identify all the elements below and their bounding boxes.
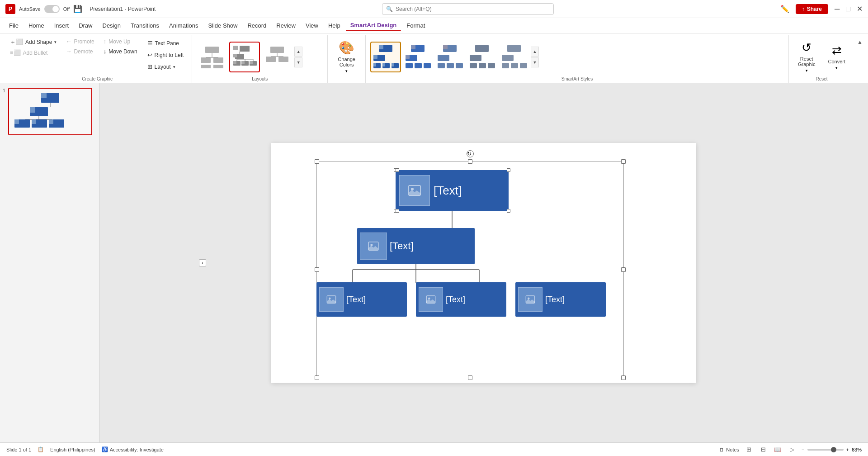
smartart-container[interactable]: ↻ [316,161,624,378]
ribbon-collapse-button[interactable]: ▲ [854,35,865,45]
svg-rect-23 [270,47,284,53]
slideshow-button[interactable]: ▷ [787,445,797,455]
org-box-level2[interactable]: [Text] [357,228,475,264]
autosave-label: AutoSave [19,6,41,12]
org-box-level3c[interactable]: [Text] [515,282,606,317]
handle-middle-left[interactable] [315,267,319,272]
svg-rect-73 [49,119,53,124]
zoom-in-button[interactable]: + [846,447,849,452]
layout-item-3[interactable] [262,42,292,72]
normal-view-button[interactable]: ⊞ [744,445,754,455]
reset-graphic-button[interactable]: ↺ ResetGraphic ▾ [793,38,820,76]
menu-format[interactable]: Format [402,20,429,31]
demote-button[interactable]: → Demote [63,47,97,56]
layout-scroll-arrows: ▲ ▼ [294,47,302,67]
menu-slideshow[interactable]: Slide Show [203,20,242,31]
layout-button[interactable]: ⊞ Layout ▾ [144,62,188,72]
smartart-style-3[interactable] [434,42,465,72]
maximize-button[interactable]: □ [846,5,850,13]
style-scroll-up[interactable]: ▲ [531,47,539,57]
promote-icon: ← [66,38,71,45]
reading-view-button[interactable]: 📖 [773,445,783,455]
promote-button[interactable]: ← Promote [63,37,97,46]
handle-middle-right[interactable] [621,267,626,272]
minimize-button[interactable]: ─ [835,5,840,13]
handle-bottom-left[interactable] [315,375,319,380]
handle-top-left[interactable] [315,159,319,164]
change-colors-label: ChangeColors [338,57,355,67]
handle-top-right[interactable] [621,159,626,164]
menu-review[interactable]: Review [272,20,300,31]
window-title: Presentation1 - PowerPoint [90,6,156,12]
slide-sorter-button[interactable]: ⊟ [758,445,768,455]
zoom-thumb [831,447,836,452]
menu-record[interactable]: Record [243,20,271,31]
reset-group-content: ↺ ResetGraphic ▾ ⇄ Convert ▾ [793,35,850,76]
layout-scroll-up[interactable]: ▲ [294,47,302,57]
org-box-level1[interactable]: [Text] [396,170,509,211]
pen-icon[interactable]: ✏️ [780,5,789,13]
menu-insert[interactable]: Insert [50,20,74,31]
menu-animations[interactable]: Animations [165,20,203,31]
svg-rect-71 [32,119,36,124]
menu-home[interactable]: Home [24,20,49,31]
notes-button[interactable]: 🗒 Notes [719,447,739,452]
handle-top-middle[interactable] [468,159,472,164]
handle-bottom-right[interactable] [621,375,626,380]
text-pane-button[interactable]: ☰ Text Pane [144,38,188,48]
rotate-handle[interactable]: ↻ [467,150,474,157]
right-to-left-button[interactable]: ↩ Right to Left [144,50,188,60]
menu-smartart-design[interactable]: SmartArt Design [346,20,401,31]
notes-view-icon[interactable]: 📋 [38,446,44,452]
svg-rect-60 [520,63,527,68]
accessibility-status[interactable]: ♿ Accessibility: Investigate [102,446,164,452]
box-image-placeholder-3b [419,287,443,312]
add-bullet-button[interactable]: ≡⬜ Add Bullet [7,48,59,57]
save-icon[interactable]: 💾 [73,5,82,13]
menu-design[interactable]: Design [98,20,125,31]
menu-help[interactable]: Help [324,20,345,31]
move-up-button[interactable]: ↑ Move Up [101,37,140,46]
menu-transitions[interactable]: Transitions [126,20,164,31]
smartart-style-5[interactable] [499,42,529,72]
close-button[interactable]: ✕ [857,5,863,13]
app-icon: P [5,4,15,14]
title-bar-center: 🔍 [156,3,780,15]
handle-bottom-middle[interactable] [468,375,472,380]
view-options-group: ☰ Text Pane ↩ Right to Left ⊞ Layout ▾ [144,37,188,72]
notes-icon: 🗒 [719,447,724,452]
box-image-placeholder-3a [319,287,344,312]
smartart-style-2[interactable] [402,42,433,72]
menu-file[interactable]: File [5,20,23,31]
smartart-style-1[interactable] [370,42,401,72]
zoom-out-button[interactable]: − [802,447,804,452]
share-button[interactable]: ↑ Share [796,4,828,14]
svg-rect-42 [406,63,413,68]
autosave-toggle[interactable] [44,5,60,13]
language-status: English (Philippines) [50,447,95,452]
change-colors-button[interactable]: 🎨 ChangeColors ▾ [332,38,361,76]
search-input[interactable] [396,6,550,12]
add-shape-button[interactable]: ＋⬜ Add Shape ▾ [7,37,59,47]
org-box-level3a[interactable]: [Text] [316,282,407,317]
menu-view[interactable]: View [301,20,323,31]
layout-svg-1 [199,44,225,70]
menu-draw[interactable]: Draw [74,20,97,31]
org-box-level3b[interactable]: [Text] [416,282,506,317]
layout-scroll-down[interactable]: ▼ [294,57,302,67]
move-down-button[interactable]: ↓ Move Down [101,47,140,56]
title-bar-left: P AutoSave Off 💾 Presentation1 - PowerPo… [5,4,156,14]
smartart-style-4[interactable] [467,42,497,72]
zoom-slider[interactable] [807,449,844,451]
slide-thumbnail-1[interactable] [8,88,92,135]
search-box[interactable]: 🔍 [382,3,554,15]
notes-view-label: 📋 [38,446,44,452]
org-box-text-level2: [Text] [390,240,414,252]
layout-item-2[interactable] [229,42,260,72]
panel-collapse-button[interactable]: ‹ [199,259,206,266]
ribbon-group-layouts: ▲ ▼ Layouts [192,35,328,83]
convert-button[interactable]: ⇄ Convert ▾ [823,41,850,73]
style-scroll-down[interactable]: ▼ [531,57,539,67]
layout-item-1[interactable] [197,42,227,72]
slide-canvas: ↻ [271,143,696,383]
